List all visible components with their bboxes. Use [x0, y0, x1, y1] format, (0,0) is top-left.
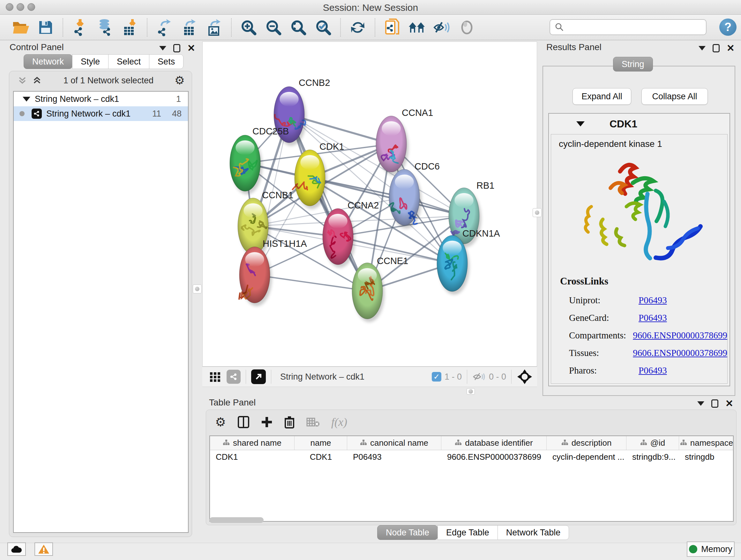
zoom-in-icon[interactable] [238, 17, 259, 38]
network-node[interactable] [239, 247, 272, 306]
table-cell[interactable]: P06493 [347, 450, 441, 463]
selected-checkbox-icon[interactable]: ✓ [432, 372, 441, 381]
hidden-eye-icon[interactable] [472, 371, 486, 382]
table-panel-float-icon[interactable] [711, 399, 718, 408]
tab-network[interactable]: Network [23, 54, 72, 69]
table-panel-close-icon[interactable]: ✕ [725, 399, 733, 408]
table-horizontal-scrollbar[interactable] [209, 517, 264, 523]
view-grid-icon[interactable] [209, 370, 221, 383]
zoom-out-icon[interactable] [263, 17, 284, 38]
table-column-header[interactable]: database identifier [441, 436, 547, 450]
tab-select[interactable]: Select [108, 54, 149, 69]
selected-count: 1 - 0 [445, 372, 462, 382]
table-column-header[interactable]: @id [626, 436, 679, 450]
collapse-all-icon[interactable] [17, 75, 28, 86]
results-panel-float-icon[interactable] [713, 44, 720, 52]
tab-edge-table[interactable]: Edge Table [437, 525, 498, 540]
left-splitter-handle[interactable] [193, 285, 202, 294]
crosslink-link[interactable]: P06493 [638, 365, 667, 376]
table-cell[interactable]: CDK1 [210, 450, 294, 463]
results-panel-close-icon[interactable]: ✕ [727, 44, 735, 52]
open-view-in-window-icon[interactable] [251, 369, 266, 384]
network-row[interactable]: String Network – cdk1 11 48 [14, 106, 188, 121]
export-table-icon[interactable] [179, 17, 200, 38]
show-columns-icon[interactable] [238, 416, 250, 428]
tree-caret-icon[interactable] [23, 97, 30, 102]
network-node-label: CDK1 [320, 141, 344, 152]
delete-column-trash-icon[interactable] [284, 416, 295, 428]
table-column-header[interactable]: name [294, 436, 347, 450]
table-cell[interactable]: cyclin-dependent ... [547, 450, 626, 463]
table-column-header[interactable]: canonical name [347, 436, 441, 450]
network-node[interactable] [323, 208, 355, 268]
collapse-all-button[interactable]: Collapse All [642, 88, 708, 105]
crosslink-link[interactable]: 9606.ENSP00000378699 [633, 330, 727, 341]
zoom-selected-icon[interactable] [313, 17, 334, 38]
search-icon [555, 22, 564, 32]
node-table: shared namenamecanonical namedatabase id… [209, 435, 734, 522]
control-panel-float-icon[interactable] [173, 44, 180, 52]
table-cell[interactable]: stringdb [679, 450, 734, 463]
crosslink-link[interactable]: 9606.ENSP00000378699 [633, 348, 727, 358]
crosslink-link[interactable]: P06493 [638, 295, 667, 306]
gene-entry-header[interactable]: CDK1 [549, 114, 730, 134]
network-node[interactable] [274, 86, 307, 146]
entry-caret-icon[interactable] [576, 121, 585, 126]
expand-all-button[interactable]: Expand All [572, 88, 631, 105]
table-column-header[interactable]: description [547, 436, 626, 450]
window-title: Session: New Session [0, 2, 741, 13]
create-column-plus-icon[interactable] [261, 416, 273, 428]
table-row[interactable]: CDK1CDK1P064939606.ENSP00000378699cyclin… [210, 450, 733, 463]
memory-button[interactable]: Memory [687, 542, 735, 557]
table-panel: Table Panel ✕ ⚙ [203, 397, 738, 542]
tab-node-table[interactable]: Node Table [377, 525, 438, 540]
graphics-details-icon[interactable] [456, 17, 477, 38]
delete-table-icon[interactable] [307, 417, 320, 427]
help-button[interactable]: ? [719, 18, 737, 36]
table-cell[interactable]: 9606.ENSP00000378699 [441, 450, 547, 463]
function-builder-icon[interactable]: f(x) [331, 415, 347, 429]
export-network-icon[interactable] [154, 17, 175, 38]
results-panel-collapse-icon[interactable] [698, 46, 705, 51]
birds-eye-toggle-icon[interactable] [517, 369, 533, 385]
table-cell[interactable]: stringdb:9... [626, 450, 679, 463]
network-collection-row[interactable]: String Network – cdk1 1 [14, 91, 188, 106]
tab-style[interactable]: Style [72, 54, 109, 69]
crosslink-link[interactable]: P06493 [638, 313, 667, 323]
control-panel-close-icon[interactable]: ✕ [187, 44, 195, 52]
network-node[interactable] [352, 263, 385, 322]
network-node[interactable] [230, 135, 262, 194]
table-options-gear-icon[interactable]: ⚙ [215, 415, 226, 429]
table-panel-collapse-icon[interactable] [697, 401, 704, 406]
crosslink-row: Uniprot:P06493 [551, 292, 727, 309]
network-canvas[interactable]: CCNB2CCNA1CDC25BCDK1CDC6RB1CCNB1CCNA2CDK… [202, 42, 537, 367]
search-input[interactable] [567, 20, 706, 34]
view-share-icon[interactable] [226, 370, 241, 384]
network-options-gear-icon[interactable]: ⚙ [175, 74, 185, 87]
cloud-button[interactable] [7, 543, 26, 556]
network-node[interactable] [376, 116, 408, 175]
expand-all-icon[interactable] [31, 75, 43, 86]
first-neighbors-icon[interactable] [407, 17, 428, 38]
warnings-button[interactable] [35, 543, 53, 556]
import-network-database-icon[interactable] [94, 17, 116, 38]
table-column-header[interactable]: shared name [210, 436, 294, 450]
import-network-file-icon[interactable] [70, 17, 91, 38]
table-column-header[interactable]: namespace [679, 436, 734, 450]
apply-layout-icon[interactable] [347, 17, 368, 38]
hide-selected-icon[interactable] [431, 17, 453, 38]
open-session-icon[interactable] [10, 17, 31, 38]
import-table-icon[interactable] [119, 17, 140, 38]
tab-network-table[interactable]: Network Table [497, 525, 569, 540]
main-toolbar: ? [0, 15, 741, 40]
save-session-icon[interactable] [35, 17, 56, 38]
zoom-fit-icon[interactable] [288, 17, 309, 38]
window-titlebar: Session: New Session [0, 0, 741, 15]
control-panel-collapse-icon[interactable] [159, 46, 166, 51]
bottom-splitter-handle[interactable] [467, 388, 475, 395]
results-tab-string[interactable]: String [613, 57, 653, 71]
export-image-icon[interactable] [204, 17, 225, 38]
table-cell[interactable]: CDK1 [294, 450, 347, 463]
new-network-from-selection-icon[interactable] [382, 17, 403, 38]
tab-sets[interactable]: Sets [149, 54, 184, 69]
